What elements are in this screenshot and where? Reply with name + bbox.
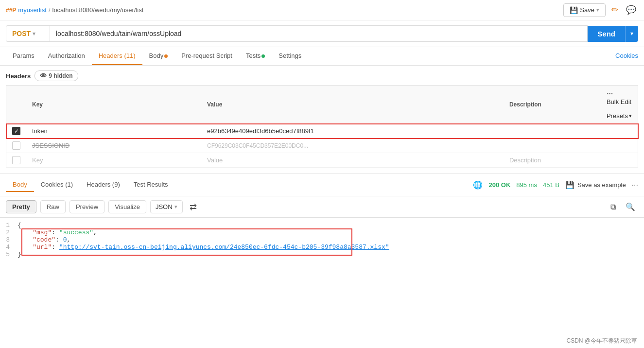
fmt-pretty-button[interactable]: Pretty (6, 200, 36, 213)
response-format-bar: Pretty Raw Preview Visualize JSON ▾ ⇄ ⧉ … (0, 196, 644, 218)
dots-icon[interactable]: ··· (607, 89, 613, 98)
table-row: JSESSIONID CF9629C03C0F45CD357E2E00DC0..… (6, 139, 638, 153)
row1-value: e92b6349e409edf3d6b5e0ced7f889f1 (207, 127, 314, 135)
breadcrumb-url: localhost:8080/wedu/my/user/list (52, 6, 144, 14)
save-icon: 💾 (570, 6, 578, 14)
comment-icon-button[interactable]: 💬 (624, 3, 638, 17)
headers-label: Headers 👁 9 hidden (6, 70, 638, 81)
row2-check-cell (6, 139, 27, 153)
row3-actions-cell (601, 153, 638, 168)
json-val-msg: "success" (59, 229, 93, 236)
more-options-button[interactable]: ··· (632, 181, 638, 190)
row3-value-cell: Value (201, 153, 504, 168)
status-size: 451 B (543, 181, 559, 189)
method-select[interactable]: POST ▾ (6, 25, 50, 42)
bulk-edit-button[interactable]: Bulk Edit (607, 98, 631, 105)
resp-tab-headers[interactable]: Headers (9) (80, 178, 127, 192)
top-bar: ##P myuserlist / localhost:8080/wedu/my/… (0, 0, 644, 20)
save-top-button[interactable]: 💾 Save ▾ (563, 3, 606, 17)
body-dot (164, 54, 168, 58)
presets-arrow: ▾ (629, 113, 632, 119)
tests-dot (261, 54, 265, 58)
tab-prerequest[interactable]: Pre-request Script (174, 47, 239, 65)
row2-key-cell: JSESSIONID (26, 139, 201, 153)
json-val-url: "http://svt-tain.oss-cn-beijing.aliyuncs… (59, 244, 389, 251)
row2-value: CF9629C03C0F45CD357E2E00DC0... (207, 142, 308, 149)
col-header-key: Key (26, 86, 201, 124)
save-example-button[interactable]: 💾 Save as example (565, 181, 626, 190)
line-content-3: "code": 0, (17, 236, 644, 244)
col-header-check (6, 86, 27, 124)
json-format-select[interactable]: JSON ▾ (150, 200, 183, 213)
table-row: Key Value Description (6, 153, 638, 168)
line-content-2: "msg": "success", (17, 229, 644, 236)
row3-checkbox[interactable] (12, 156, 20, 164)
wrap-icon-button[interactable]: ⇄ (187, 201, 200, 213)
copy-button[interactable]: ⧉ (608, 201, 619, 213)
breadcrumb-sep: / (49, 6, 51, 14)
row2-key: JSESSIONID (32, 142, 70, 149)
resp-tab-cookies[interactable]: Cookies (1) (34, 178, 80, 192)
col-header-description: Description (504, 86, 601, 124)
save-label: Save (580, 6, 594, 14)
status-time: 895 ms (516, 181, 537, 189)
code-line-1: 1 { (0, 222, 644, 229)
line-content-5: } (17, 251, 644, 258)
breadcrumb-api: myuserlist (18, 6, 47, 14)
presets-button[interactable]: Presets ▾ (607, 112, 632, 120)
request-bar: POST ▾ Send ▾ (0, 20, 644, 47)
send-button[interactable]: Send (588, 26, 625, 42)
tab-tests[interactable]: Tests (239, 47, 272, 65)
row3-desc-placeholder: Description (509, 157, 541, 164)
save-arrow: ▾ (596, 7, 599, 13)
tab-settings[interactable]: Settings (272, 47, 308, 65)
hidden-count: 9 hidden (49, 72, 72, 79)
row3-check-cell (6, 153, 27, 168)
row1-value-cell: e92b6349e409edf3d6b5e0ced7f889f1 (201, 124, 504, 139)
row2-checkbox[interactable] (12, 141, 20, 150)
top-actions: 💾 Save ▾ ✏ 💬 (563, 3, 638, 17)
tab-authorization[interactable]: Authorization (41, 47, 92, 65)
presets-label: Presets (607, 112, 628, 120)
floppy-icon: 💾 (565, 181, 574, 190)
cookies-link[interactable]: Cookies (615, 47, 638, 65)
hidden-badge[interactable]: 👁 9 hidden (35, 70, 78, 81)
tab-headers[interactable]: Headers (11) (92, 47, 142, 65)
headers-section-title: Headers (6, 72, 31, 80)
row3-key-placeholder: Key (32, 157, 43, 164)
row3-value-placeholder: Value (207, 157, 223, 164)
api-method-badge: ##P (6, 7, 16, 14)
row2-actions-cell (601, 139, 638, 153)
row1-desc-cell (504, 124, 601, 139)
headers-table: Key Value Description ··· Bulk Edit Pres… (6, 85, 638, 168)
table-row: ✓ token e92b6349e409edf3d6b5e0ced7f889f1 (6, 124, 638, 139)
json-key-url: "url" (33, 244, 52, 251)
fmt-visualize-button[interactable]: Visualize (108, 200, 146, 213)
response-code-area: 1 { 2 "msg": "success", 3 "code": 0, 4 "… (0, 218, 644, 291)
line-num-2: 2 (0, 229, 17, 236)
line-content-4: "url": "http://svt-tain.oss-cn-beijing.a… (17, 244, 644, 251)
tab-body[interactable]: Body (142, 47, 175, 65)
line-num-1: 1 (0, 222, 17, 229)
response-tabs-bar: Body Cookies (1) Headers (9) Test Result… (0, 174, 644, 196)
row1-checkbox[interactable]: ✓ (12, 127, 20, 135)
line-num-5: 5 (0, 251, 17, 258)
code-line-2: 2 "msg": "success", (0, 229, 644, 236)
code-line-5: 5 } (0, 251, 644, 258)
col-header-actions: ··· Bulk Edit Presets ▾ (601, 86, 638, 124)
tab-params[interactable]: Params (6, 47, 41, 65)
resp-tab-test-results[interactable]: Test Results (127, 178, 175, 192)
json-key-code: "code" (33, 236, 55, 244)
resp-tab-body[interactable]: Body (6, 178, 34, 192)
row1-key-cell: token (26, 124, 201, 139)
row1-check-cell: ✓ (6, 124, 27, 139)
save-example-label: Save as example (577, 181, 626, 189)
send-arrow-button[interactable]: ▾ (625, 26, 638, 42)
fmt-raw-button[interactable]: Raw (40, 200, 66, 213)
json-key-msg: "msg" (33, 229, 52, 236)
edit-icon-button[interactable]: ✏ (609, 3, 620, 17)
search-response-button[interactable]: 🔍 (623, 201, 638, 213)
row1-key: token (32, 127, 48, 135)
url-input[interactable] (50, 25, 588, 42)
fmt-preview-button[interactable]: Preview (70, 200, 104, 213)
